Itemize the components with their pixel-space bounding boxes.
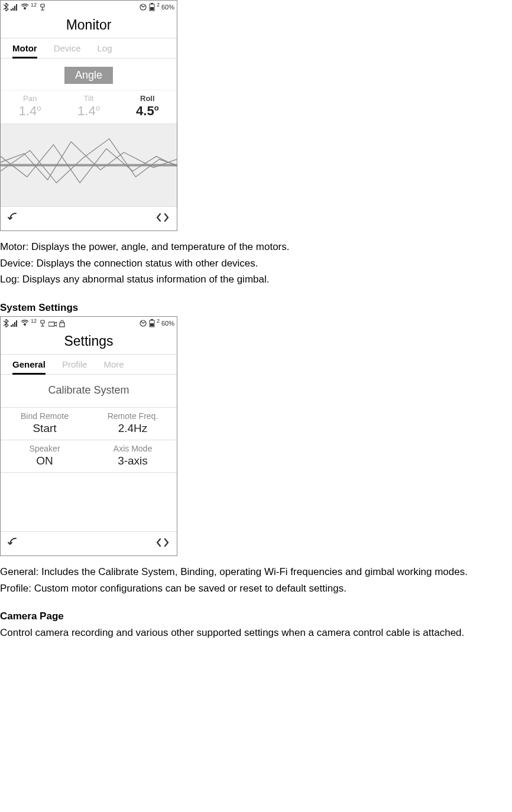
bottom-nav (1, 532, 177, 556)
svg-rect-8 (151, 3, 153, 4)
battery-icon (149, 319, 155, 327)
svg-rect-16 (41, 320, 44, 323)
tab-profile[interactable]: Profile (62, 359, 88, 374)
status-badge-number: 12 (31, 2, 37, 8)
row-remote: Bind Remote Start Remote Freq. 2.4Hz (1, 408, 177, 440)
remote-freq-label: Remote Freq. (89, 411, 177, 421)
sync-icon (139, 3, 147, 11)
speaker-cell[interactable]: Speaker ON (1, 440, 89, 472)
svg-rect-12 (12, 324, 14, 327)
sim-number: 2 (157, 2, 160, 8)
camera-icon (48, 320, 57, 327)
row-speaker-axis: Speaker ON Axis Mode 3-axis (1, 440, 177, 473)
svg-rect-13 (14, 322, 15, 327)
battery-icon (149, 3, 155, 11)
tab-more[interactable]: More (103, 359, 124, 374)
sync-icon (139, 319, 147, 327)
monitor-tabs: Motor Device Log (1, 38, 177, 59)
axis-readings: Pan 1.4o Tilt 1.4o Roll 4.5o (1, 90, 177, 124)
gimbal-icon (38, 3, 47, 11)
axis-pan-value: 1.4 (19, 103, 37, 118)
svg-rect-21 (151, 319, 153, 320)
settings-title: Settings (1, 330, 177, 355)
tab-motor[interactable]: Motor (12, 43, 37, 59)
angle-chart (1, 124, 177, 207)
svg-rect-17 (48, 322, 54, 326)
status-bar: 12 2 60% (1, 317, 177, 330)
prev-next-icon[interactable] (155, 537, 170, 550)
rc-icon (21, 3, 29, 11)
bind-remote-cell[interactable]: Bind Remote Start (1, 408, 89, 440)
svg-point-4 (24, 7, 26, 9)
axis-pan-label: Pan (1, 94, 59, 103)
bind-remote-label: Bind Remote (1, 411, 89, 421)
svg-rect-9 (150, 7, 154, 10)
tab-log[interactable]: Log (98, 43, 112, 58)
camera-page-heading: Camera Page (0, 609, 512, 624)
monitor-title: Monitor (1, 14, 177, 38)
axis-pan: Pan 1.4o (1, 90, 59, 124)
camera-page-text: Control camera recording and various oth… (0, 625, 512, 641)
svg-rect-18 (60, 323, 64, 327)
tab-device[interactable]: Device (54, 43, 81, 58)
bluetooth-icon (3, 319, 9, 327)
settings-general-text: General: Includes the Calibrate System, … (0, 564, 512, 580)
svg-rect-0 (11, 9, 12, 11)
svg-rect-3 (16, 4, 17, 11)
axis-tilt: Tilt 1.4o (59, 90, 118, 124)
battery-percent: 60% (161, 4, 174, 11)
prev-next-icon[interactable] (155, 212, 170, 225)
system-settings-heading: System Settings (0, 300, 512, 316)
remote-freq-value: 2.4Hz (89, 422, 177, 435)
signal-icon (11, 320, 19, 327)
status-bar: 12 2 60% (1, 1, 177, 14)
tab-general[interactable]: General (12, 359, 46, 375)
svg-rect-1 (12, 8, 14, 11)
bottom-nav (1, 207, 177, 230)
bluetooth-icon (3, 3, 9, 11)
angle-chip[interactable]: Angle (64, 67, 113, 84)
speaker-value: ON (1, 454, 89, 467)
monitor-motor-text: Motor: Displays the power, angle, and te… (0, 239, 512, 255)
signal-icon (11, 4, 19, 11)
calibrate-label: Calibrate System (1, 384, 177, 397)
axis-tilt-value: 1.4 (77, 103, 96, 118)
back-icon[interactable] (8, 537, 20, 550)
sim-number: 2 (157, 318, 160, 324)
gimbal-icon (38, 319, 47, 327)
svg-rect-22 (150, 323, 154, 326)
rc-icon (21, 319, 29, 327)
svg-rect-14 (16, 320, 17, 327)
back-icon[interactable] (8, 212, 20, 225)
status-badge-number: 12 (31, 318, 37, 324)
settings-profile-text: Profile: Custom motor configurations can… (0, 581, 512, 596)
monitor-phone-frame: 12 2 60% Monitor Motor Device Log Angle … (0, 0, 177, 231)
settings-spacer (1, 473, 177, 532)
settings-phone-frame: 12 2 60% Settings General Profile More C… (0, 316, 177, 556)
remote-freq-cell[interactable]: Remote Freq. 2.4Hz (89, 408, 177, 440)
axis-tilt-label: Tilt (59, 94, 118, 103)
svg-rect-11 (11, 325, 12, 327)
bind-remote-value: Start (1, 422, 89, 435)
settings-tabs: General Profile More (1, 355, 177, 375)
axis-roll-value: 4.5 (136, 103, 154, 118)
axis-mode-label: Axis Mode (89, 444, 177, 453)
angle-chip-row: Angle (1, 59, 177, 90)
monitor-device-text: Device: Displays the connection status w… (0, 256, 512, 271)
monitor-log-text: Log: Displays any abnormal status inform… (0, 272, 512, 287)
axis-roll-label: Roll (118, 94, 177, 103)
calibrate-row[interactable]: Calibrate System (1, 375, 177, 408)
axis-mode-value: 3-axis (89, 454, 177, 467)
lock-icon (59, 319, 66, 327)
svg-rect-5 (41, 4, 44, 7)
svg-point-15 (24, 323, 26, 326)
axis-roll: Roll 4.5o (118, 90, 177, 124)
axis-mode-cell[interactable]: Axis Mode 3-axis (89, 440, 177, 472)
svg-rect-2 (14, 6, 15, 11)
battery-percent: 60% (161, 320, 174, 327)
speaker-label: Speaker (1, 444, 89, 453)
